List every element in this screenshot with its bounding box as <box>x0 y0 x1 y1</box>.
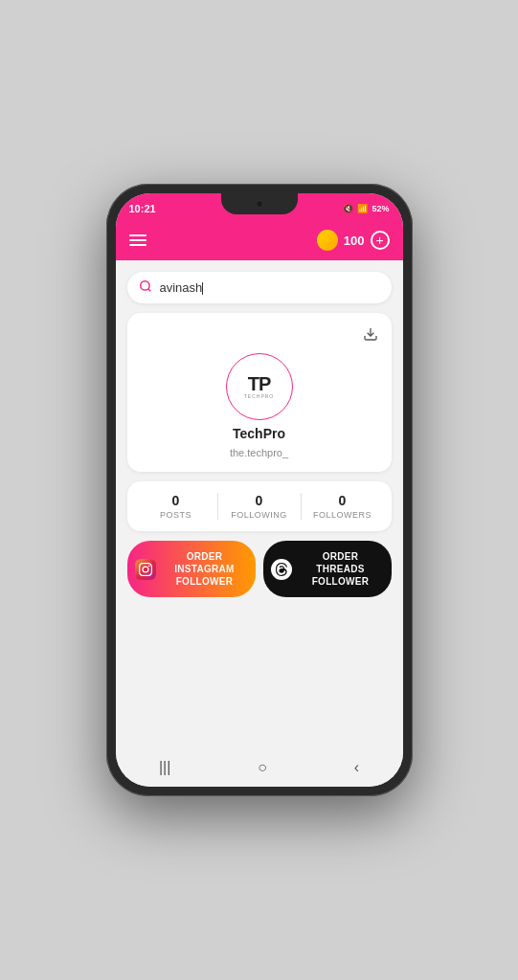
battery-text: 52% <box>372 204 389 213</box>
stat-followers: 0 FOLLOWERS <box>302 493 384 520</box>
hamburger-menu[interactable] <box>129 234 146 246</box>
action-buttons: ORDER INSTAGRAMFOLLOWER ORDER THREADSFOL… <box>127 541 392 597</box>
threads-icon <box>271 559 292 580</box>
bottom-nav: ||| ○ ‹ <box>116 752 403 787</box>
instagram-btn-text: ORDER INSTAGRAMFOLLOWER <box>162 550 248 588</box>
wifi-icon: 📶 <box>357 204 368 213</box>
phone-frame: 10:21 🔇 📶 52% 100 + <box>106 184 413 796</box>
profile-card-header <box>141 326 378 345</box>
avatar-subtext: TECHPRO <box>244 393 274 399</box>
followers-count: 0 <box>339 493 347 508</box>
search-input[interactable]: avinash <box>160 280 380 295</box>
following-label: FOLLOWING <box>231 510 287 520</box>
following-count: 0 <box>256 493 263 508</box>
back-button[interactable]: ‹ <box>354 759 359 776</box>
followers-label: FOLLOWERS <box>313 510 372 520</box>
profile-card: TP TECHPRO TechPro the.techpro_ <box>127 313 392 472</box>
download-icon[interactable] <box>363 326 378 345</box>
avatar-inner: TP TECHPRO <box>230 357 289 416</box>
notch <box>221 193 298 214</box>
phone-screen: 10:21 🔇 📶 52% 100 + <box>116 193 403 787</box>
stat-posts: 0 POSTS <box>135 493 217 520</box>
app-header: 100 + <box>116 220 403 260</box>
mute-icon: 🔇 <box>343 204 353 213</box>
status-icons: 🔇 📶 52% <box>343 204 389 213</box>
search-icon <box>139 279 152 296</box>
main-content: avinash TP <box>116 260 403 752</box>
recent-apps-button[interactable]: ||| <box>159 759 170 776</box>
coin-icon <box>317 230 338 251</box>
posts-label: POSTS <box>160 510 191 520</box>
stats-bar: 0 POSTS 0 FOLLOWING 0 FOLLOWERS <box>127 481 392 531</box>
svg-line-1 <box>147 289 150 292</box>
avatar: TP TECHPRO <box>226 353 293 420</box>
avatar-initials: TP <box>248 374 271 393</box>
coin-count: 100 <box>344 234 365 248</box>
svg-point-0 <box>140 281 148 290</box>
instagram-icon <box>135 559 156 580</box>
home-button[interactable]: ○ <box>258 759 267 776</box>
order-instagram-follower-button[interactable]: ORDER INSTAGRAMFOLLOWER <box>127 541 256 597</box>
profile-center: TP TECHPRO TechPro the.techpro_ <box>141 353 378 458</box>
status-time: 10:21 <box>129 203 156 214</box>
stat-following: 0 FOLLOWING <box>218 493 301 520</box>
camera <box>256 200 263 208</box>
order-threads-follower-button[interactable]: ORDER THREADSFOLLOWER <box>263 541 392 597</box>
threads-btn-text: ORDER THREADSFOLLOWER <box>298 550 384 588</box>
posts-count: 0 <box>172 493 180 508</box>
header-right: 100 + <box>317 230 390 251</box>
search-bar[interactable]: avinash <box>127 272 392 303</box>
profile-handle: the.techpro_ <box>230 447 288 458</box>
add-coin-button[interactable]: + <box>371 231 390 250</box>
profile-name: TechPro <box>233 426 285 441</box>
